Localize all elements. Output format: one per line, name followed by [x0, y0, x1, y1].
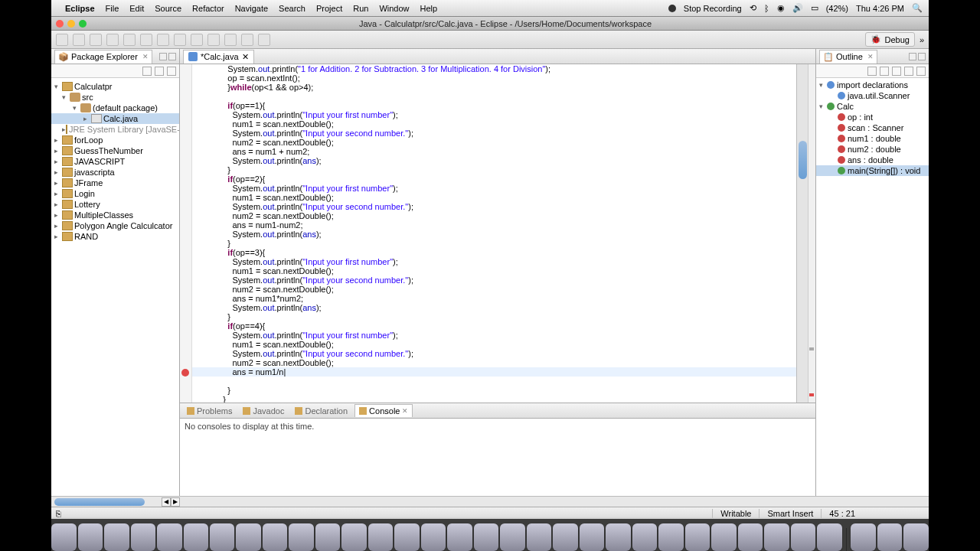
- outline-item[interactable]: ans : double: [816, 155, 929, 165]
- code-editor[interactable]: System.out.println("1 for Addition. 2 fo…: [180, 64, 815, 403]
- vlc-icon[interactable]: [764, 523, 789, 551]
- eclipse-icon[interactable]: [711, 523, 736, 551]
- outline-item[interactable]: scan : Scanner: [816, 122, 929, 133]
- close-window[interactable]: [56, 20, 64, 28]
- menu-navigate[interactable]: Navigate: [235, 4, 268, 13]
- nav-back-button[interactable]: [241, 34, 253, 46]
- scroll-left-icon[interactable]: ◀: [162, 497, 171, 507]
- close-icon[interactable]: ✕: [142, 53, 149, 60]
- app-store-icon[interactable]: [78, 523, 103, 551]
- tree-item[interactable]: ▸GuessTheNumber: [51, 145, 179, 156]
- tree-item[interactable]: ▸JRE System Library [JavaSE-1: [51, 124, 179, 135]
- print-button[interactable]: [90, 34, 102, 46]
- menu-window[interactable]: Window: [379, 4, 409, 13]
- trash-icon[interactable]: [903, 523, 928, 551]
- numbers-icon[interactable]: [580, 523, 604, 551]
- stop-recording[interactable]: Stop Recording: [684, 4, 742, 13]
- activity-icon[interactable]: [500, 523, 524, 551]
- view-menu-icon[interactable]: [167, 67, 176, 76]
- maximize-view-icon[interactable]: [918, 53, 926, 60]
- hide-static-icon[interactable]: [892, 67, 901, 76]
- error-mark[interactable]: [809, 393, 814, 396]
- outline-item[interactable]: ▾import declarations: [816, 80, 929, 90]
- debug-perspective-button[interactable]: 🐞 Debug: [865, 32, 914, 47]
- editor-tab-calc[interactable]: *Calc.java ✕: [183, 50, 254, 64]
- volume-icon[interactable]: 🔊: [792, 3, 803, 13]
- wifi-icon[interactable]: ◉: [777, 3, 785, 13]
- outline-item[interactable]: num1 : double: [816, 133, 929, 144]
- outline-tab[interactable]: 📋 Outline ✕: [816, 49, 929, 64]
- system-prefs-icon[interactable]: [447, 523, 472, 551]
- scroll-right-icon[interactable]: ▶: [171, 497, 180, 507]
- run-button[interactable]: [123, 34, 136, 46]
- ext-tools-button[interactable]: [140, 34, 152, 46]
- tab-javadoc[interactable]: Javadoc: [239, 405, 288, 417]
- calendar-icon[interactable]: [315, 523, 340, 551]
- hide-nonpublic-icon[interactable]: [904, 67, 913, 76]
- package-explorer-tree[interactable]: ▾Calculatpr▾src▾(default package)▸Calc.j…: [51, 78, 179, 496]
- package-explorer-tab[interactable]: 📦 Package Explorer ✕: [51, 49, 179, 64]
- tree-item[interactable]: ▸javascripta: [51, 167, 179, 178]
- sync-app-icon[interactable]: [791, 523, 815, 551]
- game-icon[interactable]: [738, 523, 763, 551]
- tree-item[interactable]: ▸Login: [51, 188, 179, 199]
- documents-stack-icon[interactable]: [877, 523, 902, 551]
- tree-item[interactable]: ▸MultipleClasses: [51, 210, 179, 220]
- tree-item[interactable]: ▾Calculatpr: [51, 81, 179, 92]
- xcode-icon[interactable]: [527, 523, 551, 551]
- tree-item[interactable]: ▸Calc.java: [51, 113, 179, 124]
- notes-icon[interactable]: [341, 523, 366, 551]
- outline-item[interactable]: op : int: [816, 112, 929, 122]
- minimize-view-icon[interactable]: [909, 53, 916, 60]
- menu-file[interactable]: File: [106, 4, 119, 13]
- debug-run-button[interactable]: [106, 34, 119, 46]
- clock[interactable]: Thu 4:26 PM: [856, 4, 904, 13]
- menu-refactor[interactable]: Refactor: [192, 4, 224, 13]
- firefox-icon[interactable]: [263, 523, 287, 551]
- sync-icon[interactable]: ⟲: [750, 3, 756, 13]
- word-icon[interactable]: [632, 523, 657, 551]
- itunes-icon[interactable]: [368, 523, 393, 551]
- spotlight-icon[interactable]: 🔍: [912, 3, 923, 13]
- tree-item[interactable]: ▸RAND: [51, 231, 179, 242]
- mission-control-icon[interactable]: [104, 523, 129, 551]
- tree-item[interactable]: ▸Lottery: [51, 199, 179, 210]
- vertical-scrollbar[interactable]: [796, 64, 808, 403]
- overview-ruler[interactable]: [808, 64, 815, 403]
- outline-item[interactable]: main(String[]) : void: [816, 165, 929, 176]
- zoom-window[interactable]: [79, 20, 87, 28]
- close-icon[interactable]: ✕: [867, 53, 874, 60]
- battery-icon[interactable]: ▭: [811, 3, 818, 13]
- outline-item[interactable]: ▾Calc: [816, 101, 929, 112]
- menu-edit[interactable]: Edit: [129, 4, 144, 13]
- scrollbar-thumb[interactable]: [799, 141, 807, 179]
- hide-fields-icon[interactable]: [880, 67, 889, 76]
- outline-item[interactable]: num2 : double: [816, 144, 929, 155]
- scrollbar-thumb[interactable]: [54, 498, 145, 506]
- mail-icon[interactable]: [289, 523, 313, 551]
- close-icon[interactable]: ✕: [242, 52, 249, 62]
- downloads-stack-icon[interactable]: [851, 523, 875, 551]
- new-class-button[interactable]: [174, 34, 186, 46]
- tree-item[interactable]: ▸forLoop: [51, 135, 179, 145]
- menu-source[interactable]: Source: [155, 4, 181, 13]
- error-marker-icon[interactable]: [181, 369, 189, 377]
- skype-icon[interactable]: [658, 523, 683, 551]
- tree-item[interactable]: ▾(default package): [51, 103, 179, 113]
- stickies-icon[interactable]: [184, 523, 208, 551]
- preview-icon[interactable]: [131, 523, 155, 551]
- bluetooth-icon[interactable]: ᛒ: [764, 4, 769, 13]
- tab-declaration[interactable]: Declaration: [291, 405, 351, 417]
- outline-tree[interactable]: ▾import declarationsjava.util.Scanner▾Ca…: [816, 78, 929, 496]
- tab-console[interactable]: Console✕: [354, 404, 413, 417]
- menu-search[interactable]: Search: [279, 4, 305, 13]
- photo-booth-icon[interactable]: [421, 523, 446, 551]
- close-icon[interactable]: ✕: [402, 407, 408, 415]
- tree-item[interactable]: ▸JAVASCRIPT: [51, 156, 179, 167]
- new-button[interactable]: [56, 34, 68, 46]
- tree-item[interactable]: ▸JFrame: [51, 178, 179, 188]
- collapse-all-icon[interactable]: [142, 67, 152, 76]
- link-editor-icon[interactable]: [155, 67, 164, 76]
- search-button[interactable]: [207, 34, 220, 46]
- editor-gutter[interactable]: [180, 64, 192, 403]
